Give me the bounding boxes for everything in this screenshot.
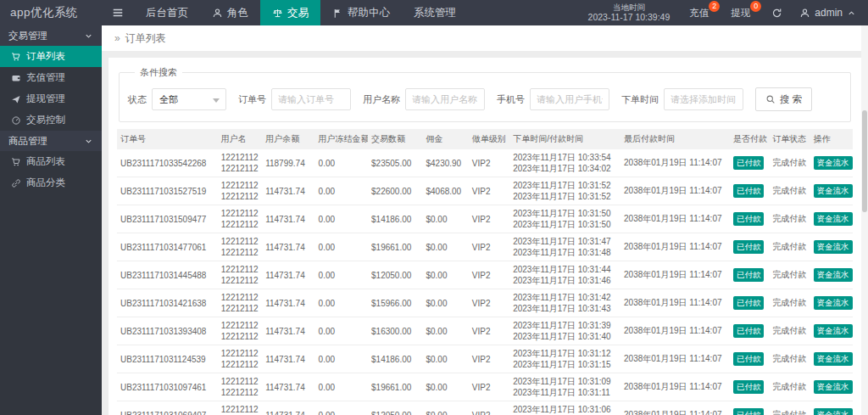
hamburger-menu-button[interactable] [102,0,134,25]
cell-order-pay-time: 2023年11月17日 10:31:472023年11月17日 10:31:48 [509,233,620,261]
scales-icon [272,8,283,19]
recharge-link[interactable]: 充值 2 [678,0,720,25]
fund-flow-button[interactable]: 资金流水 [814,156,853,170]
cell-frozen: 0.00 [315,401,368,415]
paid-status-badge[interactable]: 已付款 [733,240,765,254]
column-header-frozen: 用户冻结金额 [315,129,368,149]
fund-flow-button[interactable]: 资金流水 [814,352,853,366]
cell-action: 资金流水 [810,345,853,373]
cell-level: VIP2 [469,205,509,233]
sidebar-item-withdraw-management[interactable]: 提现管理 [0,88,102,109]
column-header-order-no: 订单号 [117,129,218,149]
nav-item-system-label: 系统管理 [414,6,456,20]
sidebar-item-recharge-management[interactable]: 充值管理 [0,67,102,88]
fund-flow-button[interactable]: 资金流水 [814,240,853,254]
fund-flow-button[interactable]: 资金流水 [814,324,853,338]
cell-level: VIP2 [469,149,509,177]
cell-action: 资金流水 [810,177,853,205]
refresh-button[interactable] [761,0,793,25]
fund-flow-button[interactable]: 资金流水 [814,296,853,310]
paid-status-badge[interactable]: 已付款 [733,408,765,415]
cell-line: 12212112 [221,275,260,286]
cell-status: 完成付款 [769,205,810,233]
cell-level: VIP2 [469,233,509,261]
sidebar-item-trade-control[interactable]: 交易控制 [0,109,102,131]
fund-flow-button[interactable]: 资金流水 [814,268,853,282]
cell-line: 2023年11月17日 10:31:52 [513,191,619,202]
sidebar-section-trade-management[interactable]: 交易管理 [0,25,102,46]
paid-status-badge[interactable]: 已付款 [733,212,765,226]
user-avatar-icon [799,8,810,19]
cell-frozen: 0.00 [315,233,368,261]
cell-balance: 114731.74 [262,289,314,317]
nav-item-system[interactable]: 系统管理 [402,0,468,25]
order-no-input[interactable] [271,88,351,110]
cell-amount: $16300.00 [368,317,422,345]
cell-last-pay-time: 2038年01月19日 11:14:07 [620,345,730,373]
fund-flow-button[interactable]: 资金流水 [814,380,853,394]
local-time-label: 当地时间 [613,3,645,13]
cell-line: 12212112 [221,376,260,387]
cell-order-no: UB2311171031393408 [117,317,218,345]
paid-status-badge[interactable]: 已付款 [733,352,765,366]
cell-line: 2023年11月17日 10:31:52 [513,180,619,191]
paid-status-badge[interactable]: 已付款 [733,296,765,310]
sidebar-section-product-management[interactable]: 商品管理 [0,131,102,151]
cell-user-name: 1221211212212112 [218,373,262,401]
cell-balance: 118799.74 [262,149,314,177]
fund-flow-button[interactable]: 资金流水 [814,408,853,415]
cell-order-pay-time: 2023年11月17日 10:33:542023年11月17日 10:34:02 [509,149,620,177]
local-time: 当地时间 2023-11-17 10:39:49 [580,0,679,25]
search-button-label: 搜 索 [780,93,802,106]
user-menu[interactable]: admin [793,0,868,25]
paid-status-badge[interactable]: 已付款 [733,324,765,338]
wallet-icon [11,73,21,83]
table-row: UB23111710314216381221211212212112114731… [117,289,853,317]
cell-status: 完成付款 [769,317,810,345]
cell-paid: 已付款 [730,401,769,415]
cell-line: 12212112 [221,191,260,202]
nav-item-trade[interactable]: 交易 [260,0,320,25]
user-name-input[interactable] [405,88,485,110]
search-icon [765,94,776,104]
cell-line: 12212112 [221,292,260,303]
vertical-scrollbar-thumb[interactable] [862,110,867,212]
sidebar-item-product-category[interactable]: 商品分类 [0,172,102,193]
cell-balance: 114731.74 [262,317,314,345]
sidebar-item-order-list[interactable]: 订单列表 [0,46,102,67]
order-time-input[interactable] [664,88,743,110]
cell-line: 12212112 [221,208,260,219]
search-filter-legend: 条件搜索 [135,66,182,79]
fund-flow-button[interactable]: 资金流水 [814,184,853,198]
nav-item-help[interactable]: 帮助中心 [320,0,402,25]
status-select[interactable]: 全部 [152,88,226,110]
nav-item-home[interactable]: 后台首页 [134,0,200,25]
cell-line: 2023年11月17日 10:31:39 [513,320,619,331]
cell-last-pay-time: 2038年01月19日 11:14:07 [620,149,730,177]
cell-paid: 已付款 [730,289,769,317]
paid-status-badge[interactable]: 已付款 [733,268,765,282]
paid-status-badge[interactable]: 已付款 [733,156,765,170]
column-header-balance: 用户余额 [262,129,314,149]
select-caret-icon [213,98,220,103]
cell-paid: 已付款 [730,205,769,233]
cell-balance: 114731.74 [262,401,314,415]
paid-status-badge[interactable]: 已付款 [733,380,765,394]
app-logo: app优化系统 [0,0,102,25]
username-label: admin [815,7,843,19]
nav-item-role[interactable]: 角色 [200,0,260,25]
sidebar-section-label: 交易管理 [8,30,47,42]
cell-line: 12212112 [221,247,260,258]
search-button[interactable]: 搜 索 [755,87,812,111]
phone-input[interactable] [530,88,609,110]
table-row: UB23111710310694071221211212212112114731… [117,401,853,415]
phone-filter-group: 手机号 [497,88,609,110]
cell-level: VIP2 [469,373,509,401]
withdraw-link[interactable]: 提现 0 [720,0,761,25]
fund-flow-button[interactable]: 资金流水 [814,212,853,226]
cell-status: 完成付款 [769,345,810,373]
cell-line: 2023年11月17日 10:31:46 [513,275,619,286]
paid-status-badge[interactable]: 已付款 [733,184,765,198]
sidebar-item-product-list[interactable]: 商品列表 [0,151,102,172]
cell-commission: $4230.90 [422,149,468,177]
